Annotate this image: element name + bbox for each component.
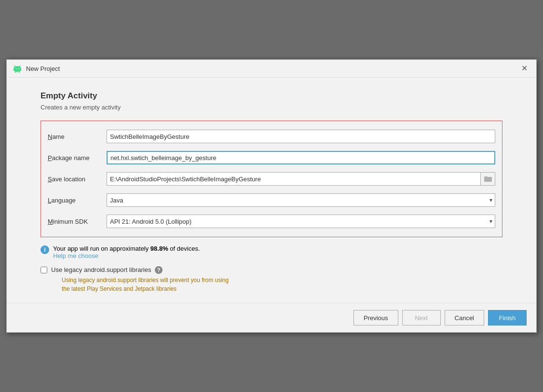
svg-rect-8 bbox=[15, 71, 16, 73]
cancel-button[interactable]: Cancel bbox=[445, 310, 484, 325]
info-message: Your app will run on approximately 98.8%… bbox=[53, 245, 200, 259]
title-bar: New Project ✕ bbox=[7, 60, 536, 78]
form-bordered-section: Name Package name Save location bbox=[41, 121, 502, 237]
minimum-sdk-dropdown-wrap: API 21: Android 5.0 (Lollipop) API 26: A… bbox=[107, 215, 495, 228]
title-bar-left: New Project bbox=[13, 64, 60, 73]
name-underline-char: N bbox=[48, 133, 52, 140]
legacy-help-icon[interactable]: ? bbox=[155, 266, 163, 274]
name-input[interactable] bbox=[107, 130, 495, 143]
legacy-description: Using legacy android.support libraries w… bbox=[62, 276, 229, 293]
dialog-footer: Previous Next Cancel Finish bbox=[7, 303, 536, 332]
new-project-dialog: New Project ✕ Empty Activity Creates a n… bbox=[6, 59, 537, 333]
minimum-sdk-label: Minimum SDK bbox=[48, 218, 101, 225]
svg-point-2 bbox=[16, 68, 17, 69]
language-select[interactable]: Java Kotlin bbox=[107, 193, 495, 207]
legacy-checkbox-row: Use legacy android.support libraries ? U… bbox=[41, 266, 502, 293]
svg-rect-9 bbox=[19, 71, 20, 73]
minimum-sdk-select[interactable]: API 21: Android 5.0 (Lollipop) API 26: A… bbox=[107, 215, 495, 228]
package-name-row: Package name bbox=[41, 147, 502, 168]
legacy-label-wrap: Use legacy android.support libraries ? U… bbox=[51, 266, 229, 293]
svg-line-5 bbox=[19, 66, 20, 67]
finish-button[interactable]: Finish bbox=[488, 310, 527, 325]
svg-point-3 bbox=[18, 68, 19, 69]
package-name-label: Package name bbox=[48, 154, 101, 162]
package-underline-char: P bbox=[48, 154, 52, 162]
svg-rect-7 bbox=[20, 68, 21, 71]
info-row: i Your app will run on approximately 98.… bbox=[41, 245, 502, 259]
info-text-suffix: of devices. bbox=[168, 245, 200, 252]
folder-icon bbox=[484, 176, 492, 182]
svg-rect-1 bbox=[14, 68, 20, 71]
section-subtitle: Creates a new empty activity bbox=[41, 104, 502, 111]
dialog-content: Empty Activity Creates a new empty activ… bbox=[7, 78, 536, 303]
dialog-title: New Project bbox=[26, 65, 60, 72]
help-me-choose-link[interactable]: Help me choose bbox=[53, 252, 98, 259]
sdk-underline-char: M bbox=[48, 218, 53, 225]
name-label: Name bbox=[48, 133, 101, 140]
language-underline-char: L bbox=[48, 197, 51, 204]
close-button[interactable]: ✕ bbox=[518, 64, 530, 73]
previous-button[interactable]: Previous bbox=[353, 310, 398, 325]
language-dropdown-wrap: Java Kotlin ▾ bbox=[107, 193, 495, 207]
info-icon: i bbox=[41, 245, 49, 254]
minimum-sdk-row: Minimum SDK API 21: Android 5.0 (Lollipo… bbox=[41, 211, 502, 232]
save-location-input-wrap bbox=[107, 172, 495, 186]
svg-line-4 bbox=[14, 66, 15, 67]
package-name-input[interactable] bbox=[107, 151, 495, 164]
name-row: Name bbox=[41, 126, 502, 147]
name-label-text: Name bbox=[48, 133, 65, 140]
info-percent: 98.8% bbox=[150, 245, 168, 252]
svg-rect-11 bbox=[484, 176, 488, 178]
android-icon bbox=[13, 64, 22, 73]
save-location-label: Save location bbox=[48, 176, 101, 183]
save-location-row: Save location bbox=[41, 168, 502, 189]
language-row: Language Java Kotlin ▾ bbox=[41, 189, 502, 211]
next-button[interactable]: Next bbox=[402, 310, 441, 325]
section-title: Empty Activity bbox=[41, 91, 502, 101]
save-location-input[interactable] bbox=[107, 172, 481, 186]
save-underline-char: S bbox=[48, 176, 52, 183]
legacy-checkbox[interactable] bbox=[41, 267, 47, 273]
svg-rect-6 bbox=[14, 68, 14, 71]
info-text-prefix: Your app will run on approximately bbox=[53, 245, 150, 252]
folder-button[interactable] bbox=[481, 172, 495, 186]
language-label: Language bbox=[48, 197, 101, 204]
legacy-checkbox-label[interactable]: Use legacy android.support libraries bbox=[51, 266, 151, 273]
